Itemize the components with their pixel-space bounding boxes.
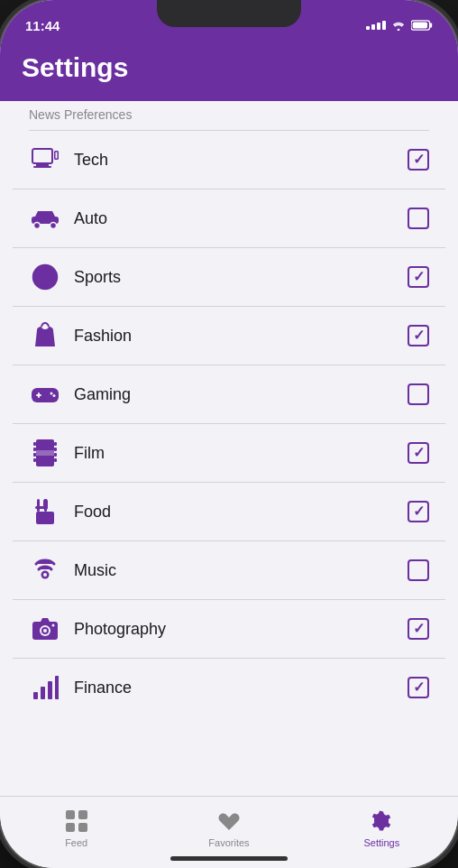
notch (157, 0, 301, 27)
list-item[interactable]: Tech ✓ (13, 131, 445, 189)
sports-icon (29, 261, 61, 293)
finance-checkbox[interactable]: ✓ (408, 677, 429, 698)
finance-label: Finance (74, 679, 408, 697)
svg-rect-43 (66, 810, 75, 819)
film-checkmark: ✓ (413, 446, 425, 460)
list-item[interactable]: Auto (13, 189, 445, 248)
photography-icon (29, 613, 61, 645)
svg-point-15 (50, 392, 53, 395)
photography-checkbox[interactable]: ✓ (408, 618, 429, 640)
svg-point-33 (43, 573, 47, 577)
svg-point-37 (43, 629, 47, 633)
fashion-checkmark: ✓ (413, 328, 425, 343)
categories-list: Tech ✓ (13, 131, 445, 796)
food-checkmark: ✓ (413, 504, 425, 519)
music-label: Music (74, 561, 408, 580)
favorites-tab-label: Favorites (208, 837, 249, 848)
photography-checkmark: ✓ (413, 622, 425, 636)
svg-rect-22 (54, 442, 57, 446)
svg-rect-44 (78, 810, 87, 819)
food-checkbox[interactable]: ✓ (408, 501, 429, 522)
svg-rect-14 (36, 394, 41, 396)
svg-rect-3 (32, 149, 52, 163)
wifi-icon (391, 20, 406, 31)
svg-rect-1 (430, 23, 433, 27)
photography-label: Photography (74, 620, 408, 639)
tab-favorites[interactable]: Favorites (152, 797, 305, 859)
status-time: 11:44 (25, 18, 60, 33)
tech-checkmark: ✓ (413, 152, 425, 167)
preferences-card: News Preferences (13, 101, 445, 796)
svg-rect-20 (33, 453, 36, 457)
svg-rect-4 (36, 163, 49, 166)
svg-rect-30 (43, 499, 48, 510)
svg-rect-7 (56, 152, 58, 159)
film-checkbox[interactable]: ✓ (408, 442, 429, 464)
auto-checkbox[interactable] (408, 208, 429, 229)
svg-rect-42 (55, 676, 59, 699)
auto-icon (29, 202, 61, 235)
list-item[interactable]: Sports ✓ (13, 248, 445, 307)
sports-label: Sports (74, 268, 408, 287)
screen: 11:44 Settings (0, 0, 458, 868)
signal-icon (366, 21, 386, 30)
battery-icon (411, 20, 433, 31)
finance-icon (29, 671, 61, 704)
list-item[interactable]: Food ✓ (13, 483, 445, 541)
list-item[interactable]: Photography ✓ (13, 600, 445, 659)
svg-point-16 (53, 394, 56, 397)
fashion-icon (29, 319, 61, 352)
feed-tab-label: Feed (65, 837, 87, 848)
svg-rect-25 (54, 458, 57, 462)
svg-rect-21 (33, 458, 36, 462)
svg-rect-5 (33, 166, 51, 168)
svg-rect-31 (36, 512, 54, 524)
section-title: News Preferences (29, 107, 132, 122)
svg-rect-23 (54, 448, 57, 451)
gaming-checkbox[interactable] (408, 383, 429, 405)
favorites-icon (216, 808, 242, 834)
status-icons (366, 20, 433, 31)
settings-icon (369, 808, 394, 834)
svg-rect-18 (33, 442, 36, 446)
svg-rect-46 (78, 823, 87, 832)
settings-tab-label: Settings (363, 837, 399, 848)
music-checkbox[interactable] (408, 559, 429, 581)
list-item[interactable]: Gaming (13, 365, 445, 424)
tech-icon (29, 143, 61, 176)
music-icon (29, 554, 61, 586)
svg-rect-24 (54, 453, 57, 457)
finance-checkmark: ✓ (413, 680, 425, 695)
sports-checkbox[interactable]: ✓ (408, 266, 429, 288)
food-icon (29, 495, 61, 528)
tech-checkbox[interactable]: ✓ (408, 149, 429, 171)
list-item[interactable]: Finance ✓ (13, 659, 445, 716)
settings-header: Settings (0, 45, 458, 101)
list-item[interactable]: Fashion ✓ (13, 307, 445, 365)
svg-point-9 (34, 223, 41, 229)
svg-rect-27 (37, 499, 40, 512)
home-indicator (170, 856, 288, 861)
svg-rect-39 (33, 692, 38, 699)
content-area: News Preferences (0, 101, 458, 796)
sports-checkmark: ✓ (413, 270, 425, 284)
svg-rect-40 (41, 687, 45, 699)
tab-feed[interactable]: Feed (0, 797, 152, 859)
svg-rect-2 (413, 23, 427, 29)
page-title: Settings (22, 52, 436, 83)
film-label: Film (74, 444, 408, 463)
fashion-checkbox[interactable]: ✓ (408, 325, 429, 346)
tech-label: Tech (74, 151, 408, 170)
fashion-label: Fashion (74, 327, 408, 346)
phone-frame: 11:44 Settings (0, 0, 458, 868)
auto-label: Auto (74, 209, 408, 228)
list-item[interactable]: Film ✓ (13, 424, 445, 483)
svg-point-10 (50, 223, 57, 229)
svg-rect-19 (33, 448, 36, 451)
film-icon (29, 437, 61, 469)
list-item[interactable]: Music (13, 541, 445, 600)
svg-rect-41 (48, 681, 52, 699)
card-header: News Preferences (13, 101, 445, 130)
svg-point-38 (52, 624, 55, 627)
tab-settings[interactable]: Settings (306, 797, 458, 859)
